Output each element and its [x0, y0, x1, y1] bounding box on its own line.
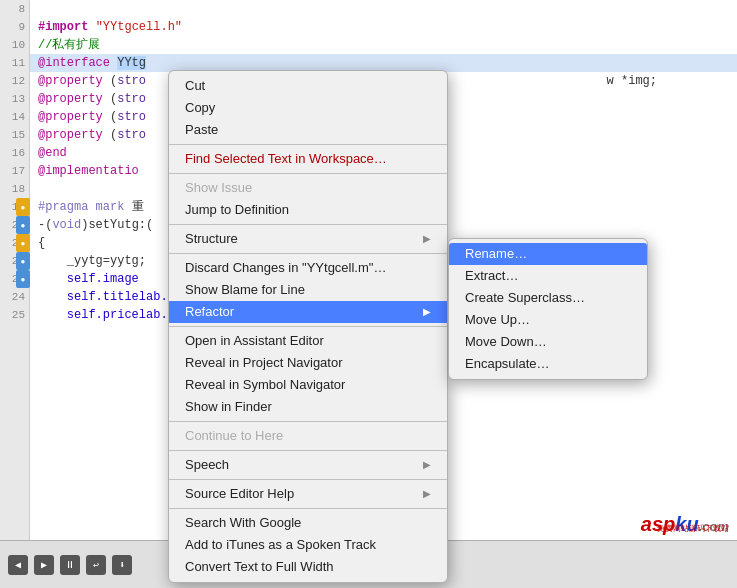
line-number-gutter: 8 9 10 11 12 13 14 15 16 17 18 19 20 21 …	[0, 0, 30, 588]
watermark-subtitle: 免费网站源码下载站	[657, 523, 729, 534]
refactor-label: Refactor	[185, 301, 234, 323]
menu-item-copy[interactable]: Copy	[169, 97, 447, 119]
speech-label: Speech	[185, 454, 229, 476]
menu-item-continue-here: Continue to Here	[169, 425, 447, 447]
toolbar-forward-button[interactable]: ▶	[34, 555, 54, 575]
submenu-item-create-superclass[interactable]: Create Superclass…	[449, 287, 647, 309]
submenu-item-move-down[interactable]: Move Down…	[449, 331, 647, 353]
line-num-16: 16	[0, 144, 29, 162]
source-editor-help-arrow-icon: ▶	[423, 483, 431, 505]
find-text-label: Find Selected Text in Workspace…	[185, 148, 387, 170]
line-num-13: 13	[0, 90, 29, 108]
line-num-8: 8	[0, 0, 29, 18]
structure-label: Structure	[185, 228, 238, 250]
menu-item-reveal-project[interactable]: Reveal in Project Navigator	[169, 352, 447, 374]
menu-separator-1	[169, 144, 447, 145]
code-line-10: //私有扩展	[30, 36, 737, 54]
toolbar-pause-button[interactable]: ⏸	[60, 555, 80, 575]
line-num-17: 17	[0, 162, 29, 180]
line-num-11: 11	[0, 54, 29, 72]
submenu-item-encapsulate[interactable]: Encapsulate…	[449, 353, 647, 375]
refactor-submenu: Rename… Extract… Create Superclass… Move…	[448, 238, 648, 380]
code-line-9: #import "YYtgcell.h"	[30, 18, 737, 36]
code-line-8	[30, 0, 737, 18]
line-num-18: 18	[0, 180, 29, 198]
line-num-25: 25	[0, 306, 29, 324]
menu-item-add-itunes[interactable]: Add to iTunes as a Spoken Track	[169, 534, 447, 556]
menu-separator-5	[169, 326, 447, 327]
submenu-item-extract[interactable]: Extract…	[449, 265, 647, 287]
menu-separator-2	[169, 173, 447, 174]
menu-item-structure[interactable]: Structure ▶	[169, 228, 447, 250]
menu-item-source-editor-help[interactable]: Source Editor Help ▶	[169, 483, 447, 505]
menu-item-find-selected[interactable]: Find Selected Text in Workspace…	[169, 148, 447, 170]
toolbar-download-button[interactable]: ⬇	[112, 555, 132, 575]
menu-separator-7	[169, 450, 447, 451]
line-num-24: 24	[0, 288, 29, 306]
line-num-10: 10	[0, 36, 29, 54]
menu-item-speech[interactable]: Speech ▶	[169, 454, 447, 476]
source-editor-help-label: Source Editor Help	[185, 483, 294, 505]
refactor-arrow-icon: ▶	[423, 301, 431, 323]
menu-item-cut[interactable]: Cut	[169, 75, 447, 97]
line-num-12: 12	[0, 72, 29, 90]
menu-item-refactor[interactable]: Refactor ▶	[169, 301, 447, 323]
menu-separator-8	[169, 479, 447, 480]
menu-item-show-issue: Show Issue	[169, 177, 447, 199]
menu-separator-4	[169, 253, 447, 254]
toolbar-reload-button[interactable]: ↩	[86, 555, 106, 575]
menu-item-discard[interactable]: Discard Changes in "YYtgcell.m"…	[169, 257, 447, 279]
line-num-9: 9	[0, 18, 29, 36]
menu-item-open-assistant[interactable]: Open in Assistant Editor	[169, 330, 447, 352]
menu-separator-3	[169, 224, 447, 225]
line-num-14: 14	[0, 108, 29, 126]
side-icon-blue-3: ●	[16, 270, 30, 288]
structure-arrow-icon: ▶	[423, 228, 431, 250]
menu-item-show-blame[interactable]: Show Blame for Line	[169, 279, 447, 301]
side-icon-yellow-1: ●	[16, 198, 30, 216]
context-menu: Cut Copy Paste Find Selected Text in Wor…	[168, 70, 448, 583]
menu-separator-9	[169, 508, 447, 509]
menu-separator-6	[169, 421, 447, 422]
speech-arrow-icon: ▶	[423, 454, 431, 476]
menu-item-paste[interactable]: Paste	[169, 119, 447, 141]
submenu-item-rename[interactable]: Rename…	[449, 243, 647, 265]
side-icon-blue-2: ●	[16, 252, 30, 270]
toolbar-back-button[interactable]: ◀	[8, 555, 28, 575]
menu-item-convert-text[interactable]: Convert Text to Full Width	[169, 556, 447, 578]
submenu-item-move-up[interactable]: Move Up…	[449, 309, 647, 331]
line-num-15: 15	[0, 126, 29, 144]
side-icon-blue-1: ●	[16, 216, 30, 234]
menu-item-jump-definition[interactable]: Jump to Definition	[169, 199, 447, 221]
side-icon-yellow-2: ●	[16, 234, 30, 252]
menu-item-reveal-symbol[interactable]: Reveal in Symbol Navigator	[169, 374, 447, 396]
menu-item-search-google[interactable]: Search With Google	[169, 512, 447, 534]
menu-item-show-finder[interactable]: Show in Finder	[169, 396, 447, 418]
